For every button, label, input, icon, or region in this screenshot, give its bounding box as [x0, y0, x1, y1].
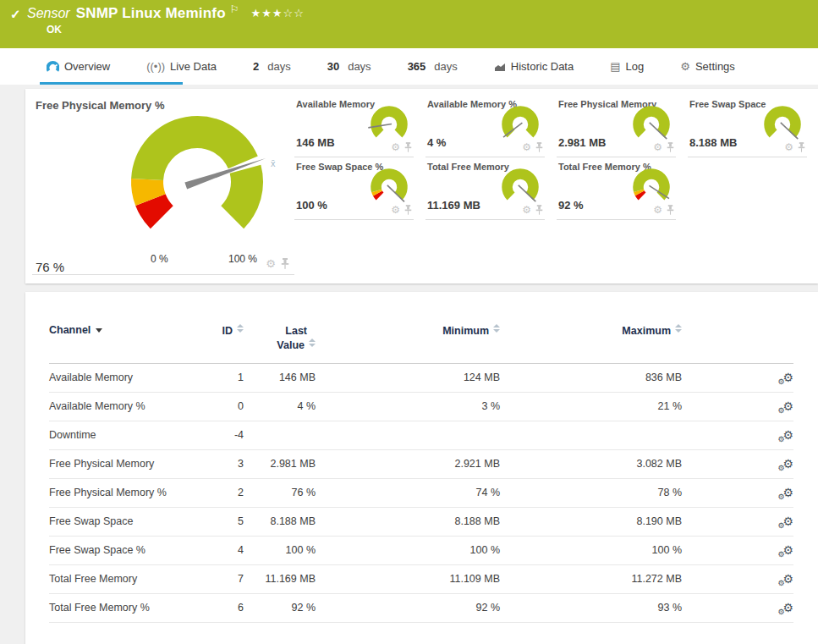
- gear-icon[interactable]: ⚙: [391, 205, 400, 215]
- gauge-cell: Total Free Memory 11.169 MB ⚙: [425, 157, 557, 220]
- edit-channel-icon[interactable]: ⚙⚙: [782, 400, 793, 413]
- column-edit: [682, 321, 793, 363]
- edit-cell: ⚙⚙: [682, 536, 793, 564]
- last-value-cell: 2.981 MB: [244, 449, 316, 478]
- status-ok-check-icon: ✓: [10, 7, 21, 22]
- pin-icon[interactable]: [281, 258, 289, 269]
- gauge: [495, 100, 547, 147]
- gauge-cell: Free Swap Space 8.188 MB ⚙: [688, 95, 818, 157]
- log-list-icon: ▤: [610, 60, 620, 73]
- sensor-status: OK: [47, 24, 62, 36]
- last-value-cell: 146 MB: [244, 363, 316, 392]
- maximum-cell: 8.190 MB: [500, 507, 682, 536]
- edit-channel-icon[interactable]: ⚙⚙: [782, 515, 793, 528]
- tab-log-label: Log: [626, 60, 645, 73]
- gauge-cell: Free Swap Space % 100 % ⚙: [294, 157, 425, 220]
- priority-stars[interactable]: ★★★☆☆: [251, 7, 305, 19]
- tab-settings[interactable]: ⚙ Settings: [680, 48, 735, 85]
- channel-id-cell: 6: [193, 593, 244, 622]
- channel-row[interactable]: Downtime -4 ⚙⚙: [49, 421, 793, 449]
- pin-icon[interactable]: [535, 205, 543, 215]
- tab-365-days[interactable]: 365 days: [408, 48, 458, 85]
- gauge: [626, 162, 678, 210]
- channel-id-cell: 7: [193, 564, 244, 593]
- channel-name-cell: Free Physical Memory %: [49, 478, 193, 507]
- gear-icon[interactable]: ⚙: [784, 142, 793, 152]
- pin-icon[interactable]: [404, 142, 412, 152]
- channel-row[interactable]: Available Memory 1 146 MB 124 MB 836 MB …: [49, 363, 793, 392]
- flag-icon[interactable]: ⚐: [230, 3, 239, 15]
- gauge-value: 11.169 MB: [427, 199, 480, 212]
- channel-id-cell: 2: [193, 478, 244, 507]
- column-maximum[interactable]: Maximum: [500, 321, 682, 363]
- tab-2-days[interactable]: 2 days: [253, 48, 291, 85]
- last-value-cell: 92 %: [244, 593, 316, 622]
- channel-row[interactable]: Total Free Memory % 6 92 % 92 % 93 % ⚙⚙: [49, 593, 793, 622]
- edit-channel-icon[interactable]: ⚙⚙: [782, 429, 793, 442]
- last-value-cell: 100 %: [244, 536, 316, 564]
- column-id[interactable]: ID: [193, 321, 244, 363]
- gauge-value: 146 MB: [296, 136, 335, 149]
- gear-icon[interactable]: ⚙: [522, 142, 531, 152]
- tab-overview[interactable]: Overview: [47, 48, 110, 85]
- channel-name-cell: Available Memory %: [49, 392, 193, 421]
- tab-live-data[interactable]: ((•)) Live Data: [146, 48, 217, 85]
- small-gauges-grid: Available Memory 146 MB ⚙ Available Memo…: [294, 95, 818, 220]
- channel-row[interactable]: Free Physical Memory 3 2.981 MB 2.921 MB…: [49, 449, 793, 478]
- edit-channel-icon[interactable]: ⚙⚙: [782, 544, 793, 557]
- sort-icon: [675, 324, 682, 333]
- gauge-value: 92 %: [558, 199, 584, 212]
- tab-log[interactable]: ▤ Log: [610, 48, 644, 85]
- channel-row[interactable]: Total Free Memory 7 11.169 MB 11.109 MB …: [49, 564, 793, 593]
- channel-name-cell: Free Swap Space %: [49, 536, 193, 564]
- minimum-cell: 74 %: [316, 478, 500, 507]
- edit-cell: ⚙⚙: [682, 363, 793, 392]
- tab-overview-label: Overview: [64, 60, 110, 73]
- minimum-cell: 100 %: [316, 536, 500, 564]
- edit-cell: ⚙⚙: [682, 593, 793, 622]
- column-last-value[interactable]: Last Value: [244, 321, 316, 363]
- gear-icon[interactable]: ⚙: [391, 142, 400, 152]
- minimum-cell: 11.109 MB: [316, 564, 500, 593]
- tab-historic-data[interactable]: Historic Data: [494, 48, 574, 85]
- maximum-cell: 11.272 MB: [500, 564, 682, 593]
- sort-icon: [309, 339, 316, 347]
- channel-row[interactable]: Free Swap Space 5 8.188 MB 8.188 MB 8.19…: [49, 507, 793, 536]
- main-gauge: x̄: [32, 96, 294, 275]
- edit-channel-icon[interactable]: ⚙⚙: [782, 372, 793, 384]
- pin-icon[interactable]: [535, 142, 543, 152]
- channel-row[interactable]: Free Physical Memory % 2 76 % 74 % 78 % …: [49, 478, 793, 507]
- main-gauge-value: 76 %: [36, 260, 64, 274]
- edit-cell: ⚙⚙: [682, 507, 793, 536]
- column-channel[interactable]: Channel: [49, 321, 193, 363]
- channel-name-cell: Downtime: [49, 421, 193, 449]
- mean-marker: x̄: [271, 158, 276, 168]
- gear-icon[interactable]: ⚙: [653, 142, 662, 152]
- pin-icon[interactable]: [667, 205, 674, 215]
- edit-cell: ⚙⚙: [682, 478, 793, 507]
- minimum-cell: 2.921 MB: [316, 449, 500, 478]
- edit-channel-icon[interactable]: ⚙⚙: [782, 573, 793, 586]
- gauge: [495, 162, 547, 210]
- pin-icon[interactable]: [404, 205, 412, 215]
- tab-30-days[interactable]: 30 days: [327, 48, 371, 85]
- edit-cell: ⚙⚙: [682, 564, 793, 593]
- channel-id-cell: 4: [193, 536, 244, 564]
- edit-channel-icon[interactable]: ⚙⚙: [782, 487, 793, 499]
- pin-icon[interactable]: [798, 142, 805, 152]
- channel-row[interactable]: Free Swap Space % 4 100 % 100 % 100 % ⚙⚙: [49, 536, 793, 564]
- edit-channel-icon[interactable]: ⚙⚙: [782, 602, 793, 614]
- gear-icon[interactable]: ⚙: [653, 205, 662, 215]
- last-value-cell: 11.169 MB: [244, 564, 316, 593]
- channel-row[interactable]: Available Memory % 0 4 % 3 % 21 % ⚙⚙: [49, 392, 793, 421]
- edit-cell: ⚙⚙: [682, 421, 793, 449]
- minimum-cell: 3 %: [316, 392, 500, 421]
- pin-icon[interactable]: [667, 142, 674, 152]
- last-value-cell: [244, 421, 316, 449]
- main-gauge-panel: Free Physical Memory % x̄ 0 % 100 % 76 %…: [32, 96, 294, 275]
- column-minimum[interactable]: Minimum: [316, 321, 500, 363]
- gear-icon[interactable]: ⚙: [522, 205, 531, 215]
- edit-channel-icon[interactable]: ⚙⚙: [782, 458, 793, 471]
- gear-icon[interactable]: ⚙: [266, 258, 276, 269]
- minimum-cell: [316, 421, 500, 449]
